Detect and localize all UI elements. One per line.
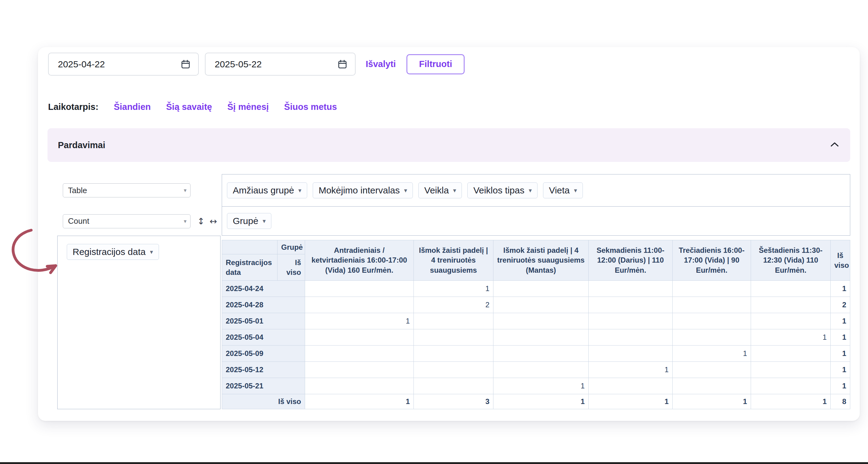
period-link-this-year[interactable]: Šiuos metus <box>284 102 337 112</box>
column-attributes-area: Grupė ▾ <box>222 206 850 236</box>
pivot-cell: 1 <box>493 378 589 394</box>
attribute-pill-mokejimo-intervalas[interactable]: Mokėjimo intervalas ▾ <box>313 183 413 198</box>
date-from-input[interactable]: 2025-04-22 <box>48 53 199 76</box>
period-link-this-week[interactable]: Šią savaitę <box>166 102 212 112</box>
pivot-cell <box>414 345 493 362</box>
pivot-cell <box>589 378 673 394</box>
column-header: Išmok žaisti padelį | 4 treniruotės suau… <box>493 240 589 281</box>
dropdown-triangle-icon[interactable]: ▾ <box>150 248 153 256</box>
pivot-cell <box>414 329 493 345</box>
grand-total-cell: 8 <box>831 394 850 409</box>
dropdown-triangle-icon[interactable]: ▾ <box>453 187 456 194</box>
row-total-cell: 1 <box>831 313 850 329</box>
pivot-total-cell: 3 <box>414 394 493 409</box>
pivot-cell <box>673 378 751 394</box>
pivot-cell <box>673 362 751 378</box>
table-row: 2025-05-09 1 1 <box>222 345 850 362</box>
pivot-cell <box>493 329 589 345</box>
clear-filters-link[interactable]: Išvalyti <box>366 59 396 69</box>
dropdown-triangle-icon[interactable]: ▾ <box>262 217 266 225</box>
pivot-total-cell: 1 <box>589 394 673 409</box>
row-attributes-area: Registracijos data ▾ <box>57 236 220 409</box>
dropdown-triangle-icon[interactable]: ▾ <box>404 187 407 194</box>
pivot-cell <box>493 345 589 362</box>
row-label: 2025-04-24 <box>222 281 305 297</box>
pivot-cell <box>751 313 831 329</box>
attribute-pill-veikla[interactable]: Veikla ▾ <box>418 183 462 198</box>
pivot-total-cell: 1 <box>751 394 831 409</box>
row-total-cell: 1 <box>831 329 850 345</box>
date-to-value: 2025-05-22 <box>215 59 261 69</box>
pivot-cell <box>493 362 589 378</box>
bottom-edge-bar <box>0 462 868 464</box>
attribute-pill-grupe[interactable]: Grupė ▾ <box>227 213 271 229</box>
totals-column-header: Iš viso <box>831 240 850 281</box>
pivot-cell <box>589 281 673 297</box>
row-label: 2025-05-04 <box>222 329 305 345</box>
attribute-pill-label: Registracijos data <box>72 247 146 257</box>
pivot-cell: 1 <box>673 345 751 362</box>
dropdown-triangle-icon[interactable]: ▾ <box>298 187 301 194</box>
table-row: 2025-05-04 1 1 <box>222 329 850 345</box>
sales-panel: Pardavimai Table ▾ Amžiaus grupė ▾ <box>48 128 850 409</box>
pivot-cell <box>589 297 673 313</box>
period-link-today[interactable]: Šiandien <box>114 102 151 112</box>
row-total-cell: 1 <box>831 345 850 362</box>
dropdown-triangle-icon[interactable]: ▾ <box>574 187 577 194</box>
calendar-icon[interactable] <box>337 59 348 69</box>
row-total-cell: 2 <box>831 297 850 313</box>
row-label: 2025-05-21 <box>222 378 305 394</box>
row-order-button[interactable]: ↕ <box>197 216 205 227</box>
date-to-input[interactable]: 2025-05-22 <box>205 53 355 76</box>
pivot-cell <box>414 378 493 394</box>
pivot-total-cell: 1 <box>305 394 414 409</box>
aggregator-area: Count ▾ ↕ ↔ <box>57 207 222 236</box>
col-order-button[interactable]: ↔ <box>210 216 217 227</box>
dropdown-triangle-icon[interactable]: ▾ <box>529 187 532 194</box>
renderer-select[interactable]: Table ▾ <box>63 183 190 197</box>
column-header: Išmok žaisti padelį | 4 treniruotės suau… <box>414 240 493 281</box>
aggregator-select-value: Count <box>68 217 89 226</box>
table-row: 2025-05-12 1 1 <box>222 362 850 378</box>
renderer-area: Table ▾ <box>57 174 222 207</box>
pivot-cell <box>414 362 493 378</box>
pivot-ui: Table ▾ Amžiaus grupė ▾ Mokėjimo interva… <box>57 174 846 409</box>
sales-panel-header[interactable]: Pardavimai <box>48 128 850 162</box>
chevron-up-icon[interactable] <box>830 142 839 148</box>
chevron-down-icon: ▾ <box>184 218 187 225</box>
pivot-cell: 1 <box>589 362 673 378</box>
totals-label-cell: Iš viso <box>278 254 305 281</box>
attribute-pill-registracijos-data[interactable]: Registracijos data ▾ <box>67 244 159 260</box>
column-header: Antradieniais / ketvirtadieniais 16:00-1… <box>305 240 414 281</box>
attribute-pill-veiklos-tipas[interactable]: Veiklos tipas ▾ <box>467 183 537 198</box>
pivot-cell <box>589 313 673 329</box>
row-label: 2025-05-01 <box>222 313 305 329</box>
pivot-cell <box>305 362 414 378</box>
column-header: Sekmadienis 11:00-12:00 (Darius) | 110 E… <box>589 240 673 281</box>
pivot-cell <box>673 297 751 313</box>
totals-row-label: Iš viso <box>222 394 305 409</box>
attribute-pill-vieta[interactable]: Vieta ▾ <box>543 183 583 198</box>
pivot-cell <box>305 281 414 297</box>
table-row: 2025-04-24 1 1 <box>222 281 850 297</box>
blank-header-cell <box>222 240 278 254</box>
pivot-cell <box>589 329 673 345</box>
hand-drawn-arrow-annotation <box>7 227 75 279</box>
period-link-this-month[interactable]: Šį mėnesį <box>227 102 269 112</box>
pivot-cell <box>751 297 831 313</box>
row-total-cell: 1 <box>831 362 850 378</box>
aggregator-select[interactable]: Count ▾ <box>63 214 190 228</box>
table-row: 2025-04-28 2 2 <box>222 297 850 313</box>
attribute-pill-amziaus-grupe[interactable]: Amžiaus grupė ▾ <box>227 183 307 198</box>
pivot-cell <box>305 345 414 362</box>
panel-body: Table ▾ Amžiaus grupė ▾ Mokėjimo interva… <box>48 162 850 409</box>
pivot-total-cell: 1 <box>673 394 751 409</box>
calendar-icon[interactable] <box>180 59 191 69</box>
pivot-cell <box>305 329 414 345</box>
pivot-table-area: Grupė Antradieniais / ketvirtadieniais 1… <box>222 236 850 409</box>
panel-title: Pardavimai <box>58 140 105 150</box>
pivot-cell <box>751 281 831 297</box>
filter-bar: 2025-04-22 2025-05-22 I <box>48 53 850 76</box>
pivot-cell: 1 <box>751 329 831 345</box>
filter-button[interactable]: Filtruoti <box>406 54 465 74</box>
